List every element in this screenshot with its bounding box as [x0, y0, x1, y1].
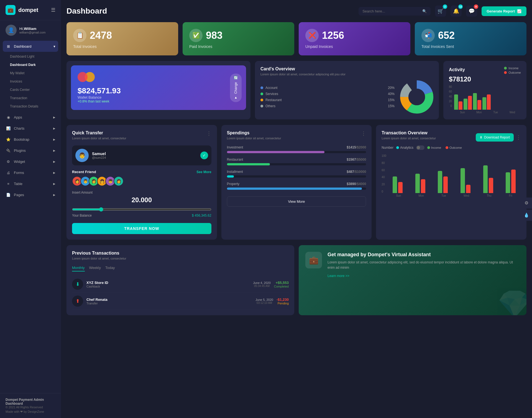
sidebar-sub-transaction-details[interactable]: Transaction Details	[0, 102, 61, 111]
sidebar-sub-dashboard-light[interactable]: Dashboard Light	[0, 52, 61, 61]
stat-icon-2: ✅	[189, 29, 203, 42]
tx-outcome-dot	[446, 146, 448, 149]
sidebar-item-dashboard[interactable]: ⊞ Dashboard	[3, 41, 58, 52]
chat-badge: 8	[474, 4, 478, 9]
va-content: Get managed by Dompet's Virtual Assistan…	[328, 252, 520, 278]
tx-bar-green-Mon	[415, 174, 420, 193]
toggle-switch[interactable]	[416, 145, 424, 150]
transfer-button[interactable]: TRANSFER NOW	[72, 223, 211, 234]
bar-group-Tue	[473, 93, 481, 110]
tx-title: Transaction Overview	[382, 130, 436, 135]
tx-bar-red-Sun	[398, 182, 403, 193]
sidebar-item-forms[interactable]: 🖨 Forms ▶	[0, 167, 61, 178]
sidebar-sub-dashboard-dark[interactable]: Dashboard Dark	[0, 61, 61, 69]
stat-label-1: Total Invoices	[73, 44, 172, 49]
user-greeting: Hi,William	[19, 27, 45, 31]
income-label: Income	[508, 66, 518, 70]
sidebar-item-bootstrap[interactable]: ⭐ Bootstrap ▶	[0, 134, 61, 145]
spending-label-3: Property	[227, 182, 239, 186]
spendings-menu[interactable]: ⋮	[361, 130, 366, 137]
progress-bar-0	[227, 151, 366, 153]
cart-button[interactable]: 🛒 2	[435, 6, 446, 17]
wallet-amount-section: $824,571.93 Wallet Balance +0.8% than la…	[78, 86, 239, 103]
sidebar-item-widget[interactable]: ⚙ Widget ▶	[0, 156, 61, 167]
pages-label: Pages	[14, 193, 24, 197]
stat-header-3: ❌ 1256	[305, 29, 404, 42]
download-report-button[interactable]: ⬇ Download Report	[476, 133, 514, 142]
tab-monthly[interactable]: Monthly	[72, 266, 85, 271]
va-learn-more[interactable]: Learn more >>	[328, 274, 349, 278]
sidebar-item-plugins[interactable]: 🔌 Plugins ▶	[0, 145, 61, 156]
circle-logo-red	[78, 72, 88, 82]
widget-icon: ⚙	[6, 159, 11, 164]
prev-tx-header: Previous Transactions Lorem ipsum dolor …	[72, 251, 289, 265]
bootstrap-icon: ⭐	[6, 137, 11, 142]
balance-row: Your Balance $ 456,345.62	[72, 214, 211, 217]
amount-slider[interactable]	[72, 207, 211, 212]
qt-title-section: Quick Transfer Lorem ipsum dolor sit ame…	[72, 130, 126, 144]
tx-desc: Lorem ipsum dolor sit amet, consectetur	[382, 137, 436, 140]
tab-today[interactable]: Today	[105, 266, 115, 271]
legend-pct-services: 40%	[388, 92, 395, 96]
tx-name-2: Chef Renata	[86, 298, 252, 302]
logo-icon: 💼	[6, 5, 16, 15]
recent-label: Recent Friend See More	[72, 170, 211, 174]
made-with: Made with ❤ by DesignZone	[6, 410, 55, 414]
menu-icon[interactable]: ☰	[51, 7, 55, 13]
download-icon: ⬇	[480, 135, 482, 139]
see-all-link[interactable]: See More	[196, 170, 211, 174]
friend-avatar-6: 👩	[114, 176, 124, 186]
spending-item-investment: Investment $1415/$2000	[227, 145, 366, 153]
table-label: Table	[14, 182, 22, 186]
stat-header-2: ✅ 983	[189, 29, 288, 42]
stat-card-invoices-sent: 📬 652 Total Invoices Sent	[415, 22, 526, 55]
chevron-down-icon: ▼	[234, 96, 238, 100]
sidebar-sub-cards-center[interactable]: Cards Center	[0, 86, 61, 94]
change-toggle[interactable]: 🔄 Change ▼	[230, 73, 242, 102]
spendings: Spendings Lorem ipsum dolor sit amet, co…	[221, 125, 372, 240]
bar-group-Sun	[454, 94, 462, 110]
qt-menu[interactable]: ⋮	[206, 130, 211, 137]
bar-green-Wed	[482, 97, 486, 110]
spending-amount-0: $1415/$2000	[347, 145, 366, 149]
tx-result-2: -$1,230 Pending	[277, 298, 289, 305]
bar-labels: SunMonTueWed	[454, 111, 521, 114]
chat-button[interactable]: 💬 8	[466, 6, 477, 17]
wallet-card: $824,571.93 Wallet Balance +0.8% than la…	[71, 65, 246, 110]
side-tool-water[interactable]: 💧	[521, 210, 532, 221]
last-row: Previous Transactions Lorem ipsum dolor …	[66, 245, 526, 315]
prev-tx-desc: Lorem ipsum dolor sit amet, consectetur	[72, 257, 126, 260]
widget-arrow: ▶	[53, 160, 55, 163]
progress-fill-2	[227, 175, 234, 178]
search-icon: 🔍	[422, 9, 427, 13]
view-more-button[interactable]: View More	[227, 196, 366, 207]
bell-button[interactable]: 🔔 12	[451, 6, 462, 17]
activity-card: Activity Income Outcome $78120	[443, 61, 526, 119]
legend-item-restaurant: Restaurant 15%	[260, 98, 395, 102]
tx-bar-red-Tue	[443, 176, 448, 193]
tx-bar-red-Mon	[421, 179, 425, 193]
amount-label: Insert Amount	[72, 191, 211, 194]
stat-number-4: 652	[438, 30, 455, 41]
side-tool-settings[interactable]: ⚙	[521, 198, 532, 209]
sidebar-sub-invoices[interactable]: Invoices	[0, 77, 61, 86]
sidebar-sub-transaction[interactable]: Transaction	[0, 94, 61, 102]
search-input[interactable]	[362, 9, 420, 13]
stat-number-3: 1256	[322, 30, 344, 41]
legend-pct-account: 20%	[388, 86, 395, 90]
sidebar-item-charts[interactable]: 📊 Charts ▶	[0, 123, 61, 134]
sidebar-item-table[interactable]: ≡ Table ▶	[0, 178, 61, 189]
tx-menu[interactable]: ⋮	[516, 134, 521, 140]
wallet-change: +0.8% than last week	[78, 99, 239, 103]
generate-report-button[interactable]: Generate Report 📈	[482, 6, 526, 16]
sidebar-item-pages[interactable]: 📄 Pages ▶	[0, 189, 61, 200]
stat-number-1: 2478	[90, 30, 112, 41]
tab-weekly[interactable]: Weekly	[89, 266, 101, 271]
activity-legend: Income Outcome	[504, 66, 521, 74]
sidebar-item-apps[interactable]: ◉ Apps ▶	[0, 112, 61, 123]
tx-bar-green-Thu	[483, 165, 488, 193]
qt-title: Quick Transfer	[72, 130, 126, 135]
activity-amount: $78120	[449, 75, 521, 83]
sidebar-sub-my-wallet[interactable]: My Wallet	[0, 69, 61, 77]
progress-bar-1	[227, 163, 366, 165]
